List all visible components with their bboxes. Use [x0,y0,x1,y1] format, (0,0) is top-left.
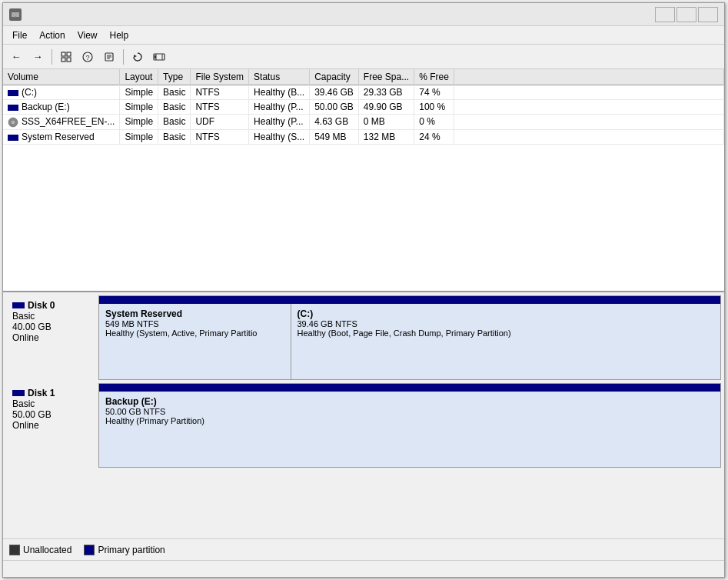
cell-pct-free: 74 % [414,85,454,100]
forward-button[interactable]: → [28,48,48,66]
cell-status: Healthy (P... [249,115,310,130]
table-row[interactable]: System Reserved Simple Basic NTFS Health… [3,129,724,144]
disk-row-0: Disk 0 Basic 40.00 GB Online System Rese… [6,295,721,380]
disk-visual-area[interactable]: Disk 0 Basic 40.00 GB Online System Rese… [3,292,724,538]
col-type[interactable]: Type [158,69,191,85]
partition-0-1[interactable]: (C:) 39.46 GB NTFS Healthy (Boot, Page F… [291,304,721,379]
refresh-button[interactable] [128,48,148,66]
cell-capacity: 50.00 GB [310,100,359,115]
table-row[interactable]: SSS_X64FREE_EN-... Simple Basic UDF Heal… [3,115,724,130]
cell-free: 132 MB [358,129,414,144]
partition-size-fs-0-0: 549 MB NTFS [105,319,284,328]
cell-pct-free: 0 % [414,115,454,130]
cell-layout: Simple [120,100,158,115]
disk-label-0: Disk 0 Basic 40.00 GB Online [6,295,98,380]
cell-extra [454,115,723,130]
cell-extra [454,85,723,100]
partition-0-0[interactable]: System Reserved 549 MB NTFS Healthy (Sys… [99,304,291,379]
maximize-button[interactable] [676,7,696,22]
col-filesystem[interactable]: File System [191,69,249,85]
cell-capacity: 39.46 GB [310,85,359,100]
partition-size-fs-1-0: 50.00 GB NTFS [105,407,714,416]
disk-type-0: Basic [12,311,92,322]
disk-management-window: File Action View Help ← → ? [2,2,725,578]
cell-free: 49.90 GB [358,100,414,115]
window-controls [655,7,718,22]
svg-text:?: ? [85,54,89,62]
back-button[interactable]: ← [6,48,26,66]
cell-layout: Simple [120,129,158,144]
cell-filesystem: NTFS [191,100,249,115]
partition-status-0-1: Healthy (Boot, Page File, Crash Dump, Pr… [298,328,715,338]
col-extra [454,69,723,85]
minimize-button[interactable] [655,7,675,22]
unallocated-label: Unallocated [23,545,71,555]
show-grid-button[interactable] [56,48,76,66]
svg-rect-17 [155,55,156,58]
main-content: Volume Layout Type File System Status Ca… [3,69,724,560]
disk-partitions-0: System Reserved 549 MB NTFS Healthy (Sys… [99,304,720,379]
cell-type: Basic [158,129,191,144]
table-header-row: Volume Layout Type File System Status Ca… [3,69,724,85]
menu-action[interactable]: Action [33,28,71,42]
cell-type: Basic [158,100,191,115]
toolbar-separator-2 [123,49,124,65]
close-button[interactable] [698,7,718,22]
partition-name-1-0: Backup (E:) [105,396,714,407]
cell-status: Healthy (B... [249,85,310,100]
col-layout[interactable]: Layout [120,69,158,85]
cell-type: Basic [158,115,191,130]
cell-layout: Simple [120,85,158,100]
svg-marker-13 [134,55,137,58]
menu-help[interactable]: Help [104,28,135,42]
col-pct-free[interactable]: % Free [414,69,454,85]
toolbar: ← → ? [3,45,724,69]
legend-unallocated: Unallocated [9,545,71,555]
disk-size-1: 50.00 GB [12,409,92,420]
disk-visual-1: Backup (E:) 50.00 GB NTFS Healthy (Prima… [98,383,721,468]
disk-status-1: Online [12,420,92,431]
svg-point-2 [15,16,16,18]
partition-name-0-0: System Reserved [105,308,284,319]
properties-button[interactable] [99,48,119,66]
volume-table-area[interactable]: Volume Layout Type File System Status Ca… [3,69,724,292]
legend-primary: Primary partition [84,545,165,555]
table-row[interactable]: (C:) Simple Basic NTFS Healthy (B... 39.… [3,85,724,100]
cell-free: 29.33 GB [358,85,414,100]
cell-status: Healthy (S... [249,129,310,144]
disk-partitions-1: Backup (E:) 50.00 GB NTFS Healthy (Prima… [99,392,720,467]
disk-name-1: Disk 1 [28,388,55,398]
partition-1-0[interactable]: Backup (E:) 50.00 GB NTFS Healthy (Prima… [99,392,720,467]
menu-view[interactable]: View [71,28,104,42]
partition-name-0-1: (C:) [298,308,715,319]
disk-button[interactable] [149,48,169,66]
cell-pct-free: 100 % [414,100,454,115]
disk-type-1: Basic [12,398,92,409]
unallocated-swatch [9,545,20,555]
col-status[interactable]: Status [249,69,310,85]
disk-bar-1 [99,384,720,392]
cell-filesystem: NTFS [191,129,249,144]
cell-pct-free: 24 % [414,129,454,144]
menu-file[interactable]: File [6,28,33,42]
app-icon [9,8,22,21]
col-volume[interactable]: Volume [3,69,120,85]
svg-rect-4 [67,52,71,56]
svg-rect-5 [61,58,65,62]
svg-rect-6 [67,58,71,62]
help-button[interactable]: ? [78,48,98,66]
disk-bar-0 [99,296,720,304]
disk-size-0: 40.00 GB [12,322,92,332]
col-free-space[interactable]: Free Spa... [358,69,414,85]
partition-size-fs-0-1: 39.46 GB NTFS [298,319,715,328]
col-capacity[interactable]: Capacity [310,69,359,85]
cell-filesystem: UDF [191,115,249,130]
table-row[interactable]: Backup (E:) Simple Basic NTFS Healthy (P… [3,100,724,115]
cell-filesystem: NTFS [191,85,249,100]
cell-extra [454,129,723,144]
cell-status: Healthy (P... [249,100,310,115]
cell-capacity: 549 MB [310,129,359,144]
status-bar [3,560,724,577]
svg-point-20 [12,122,14,123]
volume-table: Volume Layout Type File System Status Ca… [3,69,724,145]
